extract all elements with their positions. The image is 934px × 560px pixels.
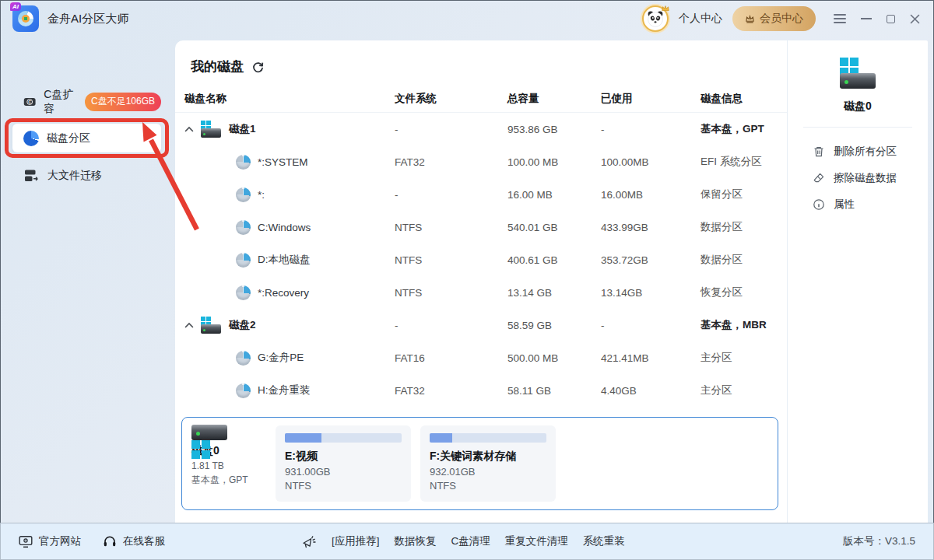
table-row-disk1[interactable]: 磁盘1 - 953.86 GB - 基本盘，GPT xyxy=(175,113,787,145)
partition-pie-icon xyxy=(236,253,251,268)
promo-c-drive-cleanup[interactable]: C盘清理 xyxy=(451,534,490,548)
partition-pie-icon xyxy=(236,285,251,300)
sidebar-item-label: C盘扩容 xyxy=(44,88,75,116)
selected-disk-icon xyxy=(840,58,876,89)
partition-card-f[interactable]: F:关键词素材存储 932.01GB NTFS xyxy=(420,425,556,502)
online-support-link[interactable]: 在线客服 xyxy=(103,534,165,548)
user-avatar[interactable] xyxy=(642,5,669,32)
partition-pie-icon xyxy=(236,351,251,366)
c-drive-warning-badge: C盘不足106GB xyxy=(85,93,161,111)
maximize-button[interactable] xyxy=(887,15,895,23)
table-row-partition[interactable]: D:本地磁盘 NTFS400.61 GB353.72GB数据分区 xyxy=(175,243,787,276)
headset-icon xyxy=(103,535,117,548)
app-window: AI 金舟AI分区大师 个人中心 xyxy=(0,0,934,560)
partition-pie-icon xyxy=(236,220,251,235)
col-disk-name: 磁盘名称 xyxy=(181,92,392,106)
promo-system-reinstall[interactable]: 系统重装 xyxy=(583,534,625,548)
info-icon xyxy=(813,198,825,211)
monitor-icon xyxy=(19,535,33,548)
col-disk-info: 磁盘信息 xyxy=(697,92,787,106)
partition-card-e[interactable]: E:视频 931.00GB NTFS xyxy=(276,425,411,502)
app-recommend-bar: [应用推荐] 数据恢复 C盘清理 重复文件清理 系统重装 xyxy=(302,534,625,548)
menu-icon[interactable] xyxy=(834,14,846,23)
promo-app-recommend[interactable]: [应用推荐] xyxy=(332,534,380,548)
collapse-chevron-icon[interactable] xyxy=(184,322,194,328)
collapse-chevron-icon[interactable] xyxy=(184,126,194,132)
col-used: 已使用 xyxy=(598,92,697,106)
logo-ai-badge: AI xyxy=(10,2,21,11)
table-header: 磁盘名称 文件系统 总容量 已使用 磁盘信息 xyxy=(175,92,787,106)
right-action-panel: 磁盘0 删除所有分区 擦除磁盘数据 xyxy=(788,40,928,523)
table-row-partition[interactable]: C:Windows NTFS540.01 GB433.99GB数据分区 xyxy=(175,211,787,243)
table-row-partition[interactable]: G:金舟PE FAT16500.00 MB421.41MB主分区 xyxy=(175,341,787,374)
page-title: 我的磁盘 xyxy=(191,58,244,75)
member-center-button[interactable]: 会员中心 xyxy=(732,6,816,31)
file-migration-icon xyxy=(23,169,40,183)
c-drive-icon: C xyxy=(23,95,36,109)
partition-name: C:Windows xyxy=(258,222,311,233)
table-row-partition[interactable]: *: -16.00 MB16.00MB保留分区 xyxy=(175,178,787,211)
panel-divider xyxy=(803,127,912,128)
partition-pie-icon xyxy=(236,383,251,398)
app-logo-icon: AI xyxy=(12,5,39,32)
refresh-icon[interactable] xyxy=(251,61,265,74)
table-row-partition[interactable]: *:Recovery NTFS13.14 GB13.14GB恢复分区 xyxy=(175,276,787,309)
sidebar-item-large-file-migration[interactable]: 大文件迁移 xyxy=(12,161,161,190)
usage-bar xyxy=(285,433,402,443)
avatar-crown-icon xyxy=(661,2,670,16)
app-title: 金舟AI分区大师 xyxy=(47,12,128,26)
promo-data-recovery[interactable]: 数据恢复 xyxy=(395,534,437,548)
close-button[interactable] xyxy=(910,14,920,24)
col-total-capacity: 总容量 xyxy=(504,92,598,106)
partition-name: H:金舟重装 xyxy=(258,383,311,397)
table-row-partition[interactable]: *:SYSTEM FAT32100.00 MB100.00MBEFI 系统分区 xyxy=(175,145,787,178)
content-area: 我的磁盘 磁盘名称 文件系统 总容量 已使用 磁盘信息 xyxy=(175,40,928,523)
disk-name: 磁盘2 xyxy=(229,318,256,332)
partition-name: D:本地磁盘 xyxy=(258,253,311,267)
megaphone-icon xyxy=(302,535,317,548)
table-row-disk2[interactable]: 磁盘2 - 58.59 GB - 基本盘，MBR xyxy=(175,309,787,341)
usage-bar xyxy=(430,433,546,443)
promo-duplicate-file-cleanup[interactable]: 重复文件清理 xyxy=(505,534,568,548)
version-label: 版本号：V3.1.5 xyxy=(843,534,915,548)
sidebar-item-label: 大文件迁移 xyxy=(47,169,102,183)
footer: 官方网站 在线客服 [应用推荐] 数据恢复 C盘清理 重复文件清理 系统重装 xyxy=(0,523,934,560)
erase-disk-data-button[interactable]: 擦除磁盘数据 xyxy=(788,165,928,191)
selected-disk-name: 磁盘0 xyxy=(844,100,872,114)
disk0-size: 1.81 TB xyxy=(191,460,266,471)
partition-name: *:Recovery xyxy=(258,287,309,299)
official-website-link[interactable]: 官方网站 xyxy=(19,534,81,548)
sidebar-item-c-drive-expand[interactable]: C C盘扩容 C盘不足106GB xyxy=(12,87,161,116)
sidebar: C C盘扩容 C盘不足106GB 磁盘分区 大文件迁移 xyxy=(0,37,175,523)
partition-pie-icon xyxy=(236,155,251,170)
delete-all-partitions-button[interactable]: 删除所有分区 xyxy=(788,138,928,165)
logo-pie-icon xyxy=(18,11,33,26)
disk-table-body: 磁盘1 - 953.86 GB - 基本盘，GPT *:SYSTEM FAT32… xyxy=(175,113,787,407)
disk-icon xyxy=(201,317,222,334)
user-center-link[interactable]: 个人中心 xyxy=(679,12,722,26)
trash-icon xyxy=(813,145,825,158)
col-file-system: 文件系统 xyxy=(392,92,504,106)
disk-name: 磁盘1 xyxy=(229,122,256,136)
eraser-icon xyxy=(813,172,825,184)
partition-icon xyxy=(23,131,39,146)
svg-text:C: C xyxy=(28,99,31,103)
properties-button[interactable]: 属性 xyxy=(788,191,928,218)
crown-icon xyxy=(745,15,755,23)
partition-pie-icon xyxy=(236,187,251,202)
table-row-partition[interactable]: H:金舟重装 FAT3258.11 GB4.40GB主分区 xyxy=(175,374,787,407)
partition-name: G:金舟PE xyxy=(258,351,304,365)
disk-icon xyxy=(201,121,222,138)
sidebar-item-disk-partition[interactable]: 磁盘分区 xyxy=(12,124,161,152)
sidebar-item-label: 磁盘分区 xyxy=(47,131,90,145)
titlebar: AI 金舟AI分区大师 个人中心 xyxy=(0,0,934,37)
partition-name: *:SYSTEM xyxy=(258,156,308,168)
disk-table-section: 我的磁盘 磁盘名称 文件系统 总容量 已使用 磁盘信息 xyxy=(175,40,788,523)
partition-name: *: xyxy=(258,189,265,201)
member-center-label: 会员中心 xyxy=(760,12,803,26)
disk0-type: 基本盘，GPT xyxy=(191,474,266,487)
minimize-button[interactable] xyxy=(861,18,872,19)
disk0-panel[interactable]: 磁盘0 1.81 TB 基本盘，GPT E:视频 931.00GB NTFS F… xyxy=(181,417,778,510)
